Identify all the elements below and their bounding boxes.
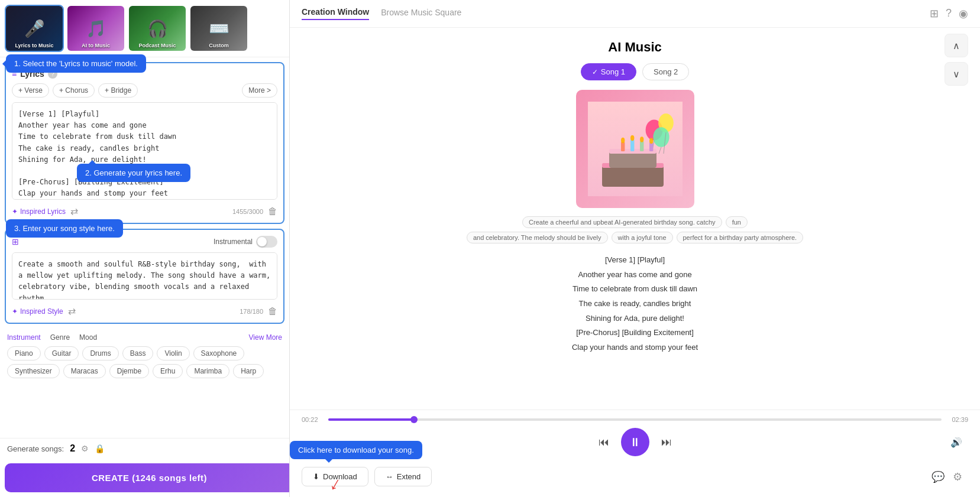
svg-rect-12 (630, 139, 634, 151)
instrument-row-1: Piano Guitar Drums Bass Violin Saxophone (7, 346, 282, 360)
prev-button[interactable]: ⏮ (599, 436, 609, 449)
action-buttons: Click here to download your song. ↓ ⬇ Do… (302, 467, 432, 486)
lyrics-footer: ✦ Inspired Lyrics ⇄ 1455/3000 🗑 (12, 206, 277, 217)
song-tabs: ✓ Song 1 Song 2 (581, 63, 689, 80)
volume-icon[interactable]: 🔊 (950, 437, 962, 448)
tooltip-2: 2. Generate your lyrics here. (77, 164, 190, 182)
progress-thumb (410, 416, 418, 423)
download-icon: ⬇ (313, 472, 319, 481)
instrumental-label: Instrumental (214, 238, 253, 246)
tag-saxophone[interactable]: Saxophone (193, 346, 245, 360)
instrument-header: Instrument Genre Mood View More (7, 333, 282, 342)
lyrics-line-1: Another year has come and gone (487, 268, 783, 282)
tab-browse-music[interactable]: Browse Music Square (381, 8, 461, 20)
style-textarea[interactable]: Create a smooth and soulful R&B-style bi… (12, 252, 277, 300)
tab-creation-window[interactable]: Creation Window (302, 7, 369, 20)
song-tab-2[interactable]: Song 2 (642, 63, 689, 80)
style-footer: ✦ Inspired Style ⇄ 178/180 🗑 (12, 306, 277, 317)
right-panel: Creation Window Browse Music Square ⊞ ? … (290, 0, 980, 497)
tooltip-3: 3. Enter your song style here. (6, 219, 123, 238)
song-tab-1-label: Song 1 (601, 67, 625, 76)
tag-piano[interactable]: Piano (7, 346, 41, 360)
tag-marimba[interactable]: Marimba (186, 364, 229, 378)
sparkle-style-icon: ✦ (12, 307, 18, 316)
tag-bass[interactable]: Bass (122, 346, 154, 360)
song-tab-1[interactable]: ✓ Song 1 (581, 63, 636, 80)
shuffle-style-icon[interactable]: ⇄ (68, 306, 76, 317)
help-header-icon[interactable]: ? (946, 7, 952, 20)
instrumental-toggle-switch[interactable] (256, 236, 277, 248)
download-label: Download (323, 472, 357, 481)
album-art (576, 90, 694, 208)
pause-button[interactable]: ⏸ (621, 428, 649, 456)
lyrics-line-3: The cake is ready, candles bright (487, 297, 783, 311)
bridge-button[interactable]: + Bridge (98, 83, 138, 98)
share-icon[interactable]: ⊞ (930, 7, 939, 20)
tooltip-1: 1. Select the 'Lyrics to music' model. (6, 54, 146, 73)
shuffle-icon[interactable]: ⇄ (70, 206, 78, 217)
svg-point-15 (621, 138, 625, 144)
chorus-button[interactable]: + Chorus (53, 83, 95, 98)
create-button[interactable]: CREATE (1246 songs left) (5, 463, 290, 492)
tag-violin[interactable]: Violin (157, 346, 189, 360)
instrument-row-2: Synthesizer Maracas Djembe Erhu Marimba … (7, 364, 282, 378)
inspired-lyrics-button[interactable]: ✦ Inspired Lyrics (12, 207, 66, 216)
extend-button[interactable]: ↔ Extend (374, 467, 432, 486)
tag-harp[interactable]: Harp (233, 364, 264, 378)
tag-synthesizer[interactable]: Synthesizer (7, 364, 60, 378)
next-button[interactable]: ⏭ (661, 436, 672, 449)
more-button[interactable]: More > (242, 83, 277, 98)
style-section: 3. Enter your song style here. ⊞ Instrum… (5, 229, 284, 324)
chat-icon[interactable]: 💬 (932, 470, 945, 483)
lyrics-line-6: Clap your hands and stomp your feet (487, 340, 783, 355)
extend-icon: ↔ (386, 472, 393, 481)
model-custom[interactable]: ⌨️ Custom (189, 5, 248, 52)
style-header: ⊞ Instrumental (12, 236, 277, 248)
tag-drums[interactable]: Drums (82, 346, 118, 360)
download-button[interactable]: ⬇ Download (302, 467, 368, 486)
tab-mood[interactable]: Mood (79, 333, 97, 342)
nav-down-button[interactable]: ∨ (945, 62, 968, 86)
model-music[interactable]: 🎵 AI to Music (66, 5, 125, 52)
inspired-lyrics-label: Inspired Lyrics (20, 207, 66, 216)
view-more-link[interactable]: View More (249, 333, 282, 342)
model-podcast[interactable]: 🎧 Podcast Music (128, 5, 187, 52)
tab-genre[interactable]: Genre (50, 333, 70, 342)
progress-fill (328, 418, 414, 421)
delete-lyrics-icon[interactable]: 🗑 (268, 206, 277, 217)
tag-djembe[interactable]: Djembe (109, 364, 149, 378)
tag-guitar[interactable]: Guitar (44, 346, 79, 360)
svg-point-18 (649, 138, 653, 144)
svg-point-17 (640, 137, 643, 142)
model-music-label: AI to Music (67, 43, 124, 48)
settings-player-icon[interactable]: ⚙ (953, 470, 962, 483)
settings-icon[interactable]: ⚙ (81, 444, 89, 453)
tab-instrument[interactable]: Instrument (7, 333, 41, 342)
sparkle-icon: ✦ (12, 207, 18, 216)
bottom-controls: Generate songs: 2 ⚙ 🔒 (0, 438, 289, 459)
tag-maracas[interactable]: Maracas (63, 364, 106, 378)
delete-style-icon[interactable]: 🗑 (268, 306, 277, 317)
model-lyrics-label: Lyrics to Music (6, 43, 63, 48)
progress-bar-container: 00:22 02:39 (302, 416, 968, 423)
model-selector: 🎤 Lyrics to Music 🎵 AI to Music 🎧 Podcas… (0, 0, 289, 57)
lock-icon[interactable]: 🔒 (95, 444, 105, 453)
nav-up-button[interactable]: ∧ (945, 34, 968, 57)
action-buttons-row: Click here to download your song. ↓ ⬇ Do… (302, 462, 968, 491)
lyrics-textarea[interactable]: [Verse 1] [Playful] Another year has com… (12, 102, 277, 200)
right-content: ∧ ∨ AI Music ✓ Song 1 Song 2 (290, 28, 980, 410)
check-icon: ✓ (592, 68, 598, 76)
inspired-style-label: Inspired Style (20, 307, 63, 316)
tag-erhu[interactable]: Erhu (153, 364, 183, 378)
verse-button[interactable]: + Verse (12, 83, 49, 98)
model-lyrics[interactable]: 🎤 Lyrics to Music (5, 5, 64, 52)
prompt-tag-4: perfect for a birthday party atmosphere. (677, 232, 804, 243)
time-current: 00:22 (302, 416, 322, 423)
svg-rect-7 (602, 165, 664, 187)
progress-track[interactable] (328, 418, 942, 421)
inspired-style-button[interactable]: ✦ Inspired Style (12, 307, 63, 316)
discord-icon[interactable]: ◉ (959, 7, 968, 20)
lyrics-section: ≡ Lyrics ? + Verse + Chorus + Bridge Mor… (5, 62, 284, 224)
lyrics-toolbar: + Verse + Chorus + Bridge More > (12, 83, 277, 98)
player: 00:22 02:39 ⏮ ⏸ ⏭ 🔊 Click here to down (290, 410, 980, 497)
